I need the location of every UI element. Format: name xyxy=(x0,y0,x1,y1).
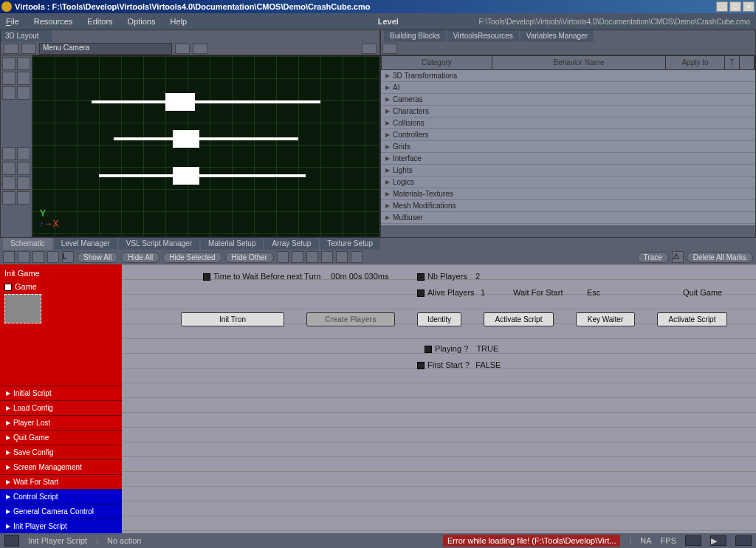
menu-resources[interactable]: Resources xyxy=(34,17,73,26)
tool-move-icon[interactable] xyxy=(2,72,16,85)
tool-scale-icon[interactable] xyxy=(2,86,16,100)
category-item[interactable]: ▶Characters xyxy=(381,106,755,117)
category-item[interactable]: ▶Controllers xyxy=(381,129,755,141)
tab-building-blocks[interactable]: Building Blocks xyxy=(384,30,446,42)
cam-next-icon[interactable] xyxy=(193,44,207,54)
script-item[interactable]: ▶Quit Game xyxy=(0,430,122,445)
category-item[interactable]: ▶Lights xyxy=(381,165,755,177)
node-activate-script-2[interactable]: Activate Script xyxy=(657,312,727,326)
tool-path-icon[interactable] xyxy=(2,191,16,205)
tool-select-icon[interactable] xyxy=(17,57,30,70)
category-item[interactable]: ▶Collisions xyxy=(381,117,755,129)
tab-material-setup[interactable]: Material Setup xyxy=(201,238,263,250)
nbplayers-label[interactable]: Nb Players xyxy=(427,272,467,281)
time-label[interactable]: Time to Wait Before next Turn xyxy=(213,272,320,281)
category-item[interactable]: ▶Grids xyxy=(381,141,755,153)
tool-hand-icon[interactable] xyxy=(2,162,16,175)
tool-mesh-icon[interactable] xyxy=(17,191,30,205)
category-item[interactable]: ▶AI xyxy=(381,82,755,94)
close-button[interactable]: × xyxy=(743,1,755,12)
node-activate-script-1[interactable]: Activate Script xyxy=(484,312,554,326)
play-prev-button[interactable] xyxy=(685,535,701,546)
header-behavior[interactable]: Behavior Name xyxy=(492,56,666,69)
tool-curve-icon[interactable] xyxy=(2,177,16,190)
play-button[interactable]: ▶ xyxy=(710,535,726,546)
tool-camera-icon[interactable] xyxy=(17,177,30,190)
tool-grid-icon[interactable] xyxy=(2,147,16,160)
node-identity[interactable]: Identity xyxy=(417,312,461,326)
tab-3d-layout[interactable]: 3D Layout xyxy=(1,30,52,42)
node-init-tron[interactable]: Init Tron xyxy=(181,312,284,326)
menu-options[interactable]: Options xyxy=(128,17,156,26)
script-thumb[interactable] xyxy=(4,294,41,323)
category-item[interactable]: ▶3D Transformations xyxy=(381,70,755,82)
delete-marks-button[interactable]: Delete All Marks xyxy=(687,252,753,263)
tab-array-setup[interactable]: Array Setup xyxy=(264,238,318,250)
script-item[interactable]: ▶Load Config xyxy=(0,400,122,415)
alive-label[interactable]: Alive Players xyxy=(427,288,475,297)
bp-tree-icon[interactable] xyxy=(3,251,15,263)
camera-select[interactable]: Menu Camera xyxy=(39,43,172,55)
bp-search-icon[interactable] xyxy=(336,251,348,263)
bp-tool3-icon[interactable] xyxy=(306,251,318,263)
tool-eye-icon[interactable] xyxy=(4,44,18,54)
script-item[interactable]: ▶General Camera Control xyxy=(0,504,122,518)
script-item[interactable]: ▶Initial Script xyxy=(0,386,122,400)
hide-all-button[interactable]: Hide All xyxy=(121,252,159,263)
tool-rotate-icon[interactable] xyxy=(17,72,30,85)
quit-label[interactable]: Quit Game xyxy=(683,288,722,297)
tab-variables-manager[interactable]: Variables Manager xyxy=(520,30,594,42)
category-item[interactable]: ▶Logics xyxy=(381,177,755,188)
header-category[interactable]: Category xyxy=(382,56,492,69)
wait-label[interactable]: Wait For Start xyxy=(513,288,563,297)
bp-zoom-icon[interactable] xyxy=(277,251,289,263)
bp-eye-icon[interactable] xyxy=(351,251,362,263)
hide-selected-button[interactable]: Hide Selected xyxy=(162,252,221,263)
bp-grid-icon[interactable] xyxy=(47,251,59,263)
script-item[interactable]: ▶Control Script xyxy=(0,489,122,504)
tool-arrows-icon[interactable] xyxy=(2,57,16,70)
tab-schematic[interactable]: Schematic xyxy=(3,238,52,250)
maximize-button[interactable]: □ xyxy=(729,1,741,12)
category-item[interactable]: ▶Materials-Textures xyxy=(381,188,755,200)
bp-mail-icon[interactable] xyxy=(32,251,44,263)
hide-other-button[interactable]: Hide Other xyxy=(225,252,274,263)
first-label[interactable]: First Start ? xyxy=(427,360,470,369)
minimize-button[interactable]: _ xyxy=(716,1,728,12)
tab-vsl-script[interactable]: VSL Script Manager xyxy=(119,238,199,250)
tool-snap-icon[interactable] xyxy=(17,86,30,100)
tool-dropdown[interactable] xyxy=(21,44,36,54)
play-next-button[interactable] xyxy=(735,535,752,546)
cam-prev-icon[interactable] xyxy=(175,44,190,54)
menu-help[interactable]: Help xyxy=(171,17,188,26)
schematic-canvas[interactable]: Time to Wait Before next Turn 00m 00s 03… xyxy=(122,264,756,533)
bp-def-icon[interactable] xyxy=(321,251,333,263)
playing-label[interactable]: Playing ? xyxy=(435,344,468,353)
trace-button[interactable]: Trace xyxy=(637,252,669,263)
light-icon[interactable] xyxy=(362,44,377,54)
category-item[interactable]: ▶Mesh Modifications xyxy=(381,200,755,212)
bp-warn-icon[interactable]: ⚠ xyxy=(672,251,684,263)
bp-lock-icon[interactable] xyxy=(18,251,30,263)
bb-scrollbar[interactable] xyxy=(381,225,755,237)
ds-logo-icon[interactable] xyxy=(4,535,19,547)
script-item[interactable]: ▶Init Player Script xyxy=(0,518,122,533)
header-t[interactable]: T xyxy=(725,56,740,69)
esc-label[interactable]: Esc xyxy=(587,288,600,297)
tab-texture-setup[interactable]: Texture Setup xyxy=(320,238,380,250)
3d-viewport[interactable]: Y ↑→X xyxy=(32,55,379,237)
script-item[interactable]: ▶Save Config xyxy=(0,445,122,459)
bp-fit-icon[interactable] xyxy=(292,251,303,263)
script-item[interactable]: ▶Wait For Start xyxy=(0,474,122,489)
tool-wire-icon[interactable] xyxy=(17,147,30,160)
script-item[interactable]: ▶Player Lost xyxy=(0,415,122,430)
bp-l-icon[interactable]: L xyxy=(62,251,74,263)
category-item[interactable]: ▶Cameras xyxy=(381,94,755,106)
tab-level-manager[interactable]: Level Manager xyxy=(54,238,117,250)
node-create-players[interactable]: Create Players xyxy=(306,312,395,326)
header-apply[interactable]: Apply to xyxy=(666,56,725,69)
main-script-name[interactable]: Init Game xyxy=(4,269,117,278)
category-item[interactable]: ▶Interface xyxy=(381,153,755,165)
category-item[interactable]: ▶Multiuser xyxy=(381,212,755,224)
show-all-button[interactable]: Show All xyxy=(77,252,118,263)
